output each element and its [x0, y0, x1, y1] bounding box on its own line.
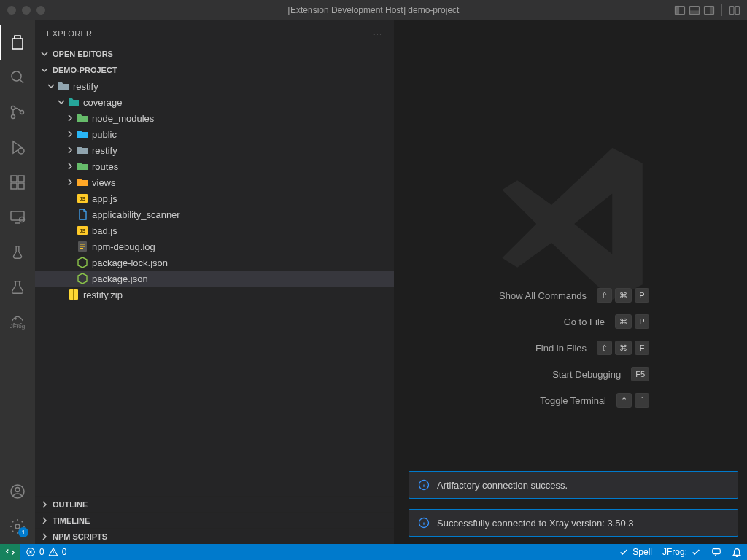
tree-folder-restify[interactable]: restify	[35, 78, 394, 94]
tree-file-restify-zip[interactable]: restify.zip	[35, 287, 394, 303]
toggle-panel-icon[interactable]	[688, 4, 701, 17]
tree-file-package-json[interactable]: package.json	[35, 271, 394, 287]
svg-text:JS: JS	[80, 228, 86, 233]
open-editors-section[interactable]: OPEN EDITORS	[35, 46, 394, 62]
svg-rect-29	[80, 246, 85, 247]
tree-label: applicability_scanner	[92, 209, 180, 220]
svg-point-9	[12, 106, 15, 110]
log-file-icon	[76, 240, 89, 253]
maximize-window-icon[interactable]	[36, 6, 45, 15]
settings-badge: 1	[18, 527, 28, 537]
run-debug-activity[interactable]	[0, 130, 35, 165]
status-jfrog[interactable]: JFrog:	[657, 544, 706, 560]
tree-file-applicability-scanner[interactable]: applicability_scanner	[35, 206, 394, 222]
activity-bar: JFrog 1	[0, 20, 35, 544]
tree-folder-routes[interactable]: routes	[35, 158, 394, 174]
outline-section[interactable]: OUTLINE	[35, 496, 394, 512]
notification-text: Successfully connected to Xray version: …	[437, 518, 634, 529]
explorer-title: EXPLORER	[47, 29, 92, 38]
explorer-activity[interactable]	[0, 25, 35, 60]
toggle-secondary-sidebar-icon[interactable]	[703, 4, 716, 17]
status-problems[interactable]: 0 0	[20, 544, 71, 560]
jfrog-activity[interactable]: JFrog	[0, 305, 35, 335]
chevron-down-icon	[39, 66, 50, 74]
key-p: P	[635, 314, 649, 329]
search-activity[interactable]	[0, 60, 35, 95]
svg-point-11	[20, 111, 24, 114]
info-icon	[418, 517, 430, 529]
jfrog-label: JFrog	[10, 323, 25, 330]
tree-label: public	[92, 129, 117, 140]
editor-area: Show All Commands ⇧ ⌘ P Go to File ⌘ P F…	[394, 20, 747, 544]
shortcut-label: Find in Files	[535, 343, 587, 354]
tree-label: views	[92, 177, 116, 188]
json-file-icon	[76, 272, 89, 285]
notification-xray[interactable]: Successfully connected to Xray version: …	[409, 509, 738, 537]
tree-folder-views[interactable]: views	[35, 174, 394, 190]
chevron-right-icon	[64, 178, 76, 187]
jfrog-label: JFrog:	[662, 547, 687, 557]
shortcut-label: Show All Commands	[499, 290, 587, 301]
tree-label: npm-debug.log	[92, 241, 155, 252]
svg-rect-6	[730, 7, 735, 15]
explorer-sidebar: EXPLORER ··· OPEN EDITORS DEMO-PROJECT r…	[35, 20, 394, 544]
key-f: F	[635, 341, 649, 355]
spell-label: Spell	[632, 547, 652, 557]
chevron-right-icon	[39, 516, 50, 525]
svg-point-10	[12, 115, 15, 119]
tree-folder-public[interactable]: public	[35, 126, 394, 142]
svg-point-8	[12, 71, 21, 81]
svg-rect-17	[11, 211, 24, 220]
layout-controls	[673, 4, 741, 17]
window-controls[interactable]	[7, 6, 45, 15]
svg-rect-13	[11, 176, 17, 182]
svg-point-19	[15, 318, 16, 319]
status-spell[interactable]: Spell	[614, 544, 657, 560]
svg-rect-16	[18, 183, 24, 189]
extensions-activity[interactable]	[0, 165, 35, 200]
tree-label: node_modules	[92, 113, 154, 124]
key-shift: ⇧	[597, 288, 612, 303]
folder-icon	[76, 160, 89, 173]
tree-file-package-lock[interactable]: package-lock.json	[35, 254, 394, 271]
npm-scripts-section[interactable]: NPM SCRIPTS	[35, 528, 394, 544]
shortcut-label: Go to File	[564, 316, 605, 327]
test-tube-activity[interactable]	[0, 235, 35, 270]
tree-folder-node-modules[interactable]: node_modules	[35, 110, 394, 126]
key-shift: ⇧	[597, 341, 612, 355]
svg-text:JS: JS	[80, 196, 86, 201]
remote-explorer-activity[interactable]	[0, 200, 35, 235]
status-notifications[interactable]	[727, 544, 747, 560]
svg-rect-7	[735, 7, 740, 15]
json-file-icon	[76, 256, 89, 269]
tree-folder-restify-inner[interactable]: restify	[35, 142, 394, 158]
close-window-icon[interactable]	[7, 6, 16, 15]
svg-rect-32	[73, 289, 74, 300]
timeline-section[interactable]: TIMELINE	[35, 512, 394, 528]
manage-activity[interactable]: 1	[0, 509, 35, 544]
status-bar: 0 0 Spell JFrog:	[0, 544, 747, 560]
accounts-activity[interactable]	[0, 474, 35, 509]
tree-folder-coverage[interactable]: coverage	[35, 94, 394, 110]
file-tree: restify coverage node_modules public	[35, 78, 394, 303]
chevron-down-icon	[39, 50, 50, 58]
remote-indicator[interactable]	[0, 544, 20, 560]
tree-file-app-js[interactable]: JS app.js	[35, 190, 394, 206]
tree-label: app.js	[92, 193, 117, 204]
project-label: DEMO-PROJECT	[53, 66, 117, 74]
customize-layout-icon[interactable]	[728, 4, 741, 17]
beaker-activity[interactable]	[0, 270, 35, 305]
chevron-down-icon	[55, 98, 67, 106]
folder-open-icon	[57, 79, 70, 93]
folder-icon	[67, 96, 80, 109]
minimize-window-icon[interactable]	[22, 6, 31, 15]
file-icon	[76, 208, 89, 221]
toggle-primary-sidebar-icon[interactable]	[673, 4, 686, 17]
status-feedback[interactable]	[706, 544, 727, 560]
source-control-activity[interactable]	[0, 95, 35, 130]
tree-file-bad-js[interactable]: JS bad.js	[35, 222, 394, 238]
notification-artifactory[interactable]: Artifactory connection success.	[409, 471, 738, 499]
more-actions-icon[interactable]: ···	[374, 29, 382, 38]
project-section[interactable]: DEMO-PROJECT	[35, 62, 394, 78]
tree-file-npm-debug-log[interactable]: npm-debug.log	[35, 238, 394, 254]
